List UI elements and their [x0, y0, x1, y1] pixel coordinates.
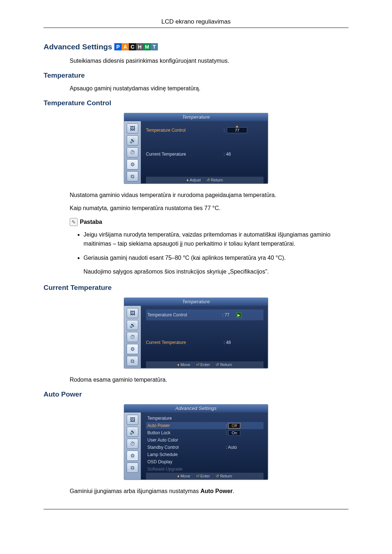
- osd3-row-label: OSD Display: [147, 459, 226, 464]
- bullet-list: Jeigu viršijama nurodyta temperatūra, va…: [83, 230, 348, 276]
- chip-p: P: [114, 43, 122, 50]
- auto-power-heading: Auto Power: [44, 390, 348, 398]
- osd3-row: Temperature: [146, 415, 264, 422]
- chip-m: M: [143, 43, 151, 50]
- advanced-settings-heading: Advanced Settings P A C H M T: [44, 42, 348, 51]
- osd1-row-current-temp: Current Temperature : 48: [146, 149, 264, 160]
- osd3-row: Auto Power: Off: [146, 422, 264, 429]
- auto-power-bold: Auto Power: [200, 488, 233, 494]
- osd3-row: Lamp Schedule: [146, 451, 264, 458]
- auto-power-para: Gaminiui įjungiamas arba išjungiamas nus…: [70, 488, 348, 495]
- note-icon: ✎: [70, 218, 78, 226]
- multi-icon: ⧉: [127, 463, 138, 473]
- osd-current-temp: Temperature 🖼 🔊 ⏱ ⚙ ⧉ Temperature Contro…: [44, 297, 348, 369]
- sound-icon: 🔊: [127, 427, 138, 437]
- clock-icon: ⏱: [127, 439, 138, 449]
- clock-icon: ⏱: [127, 147, 138, 157]
- osd3-row-label: User Auto Color: [147, 438, 226, 443]
- osd1-current-temp-label: Current Temperature: [146, 152, 224, 157]
- chip-t: T: [151, 43, 158, 50]
- bullet-2-sub: Naudojimo sąlygos aprašomos šios instruk…: [83, 267, 348, 276]
- temp-ctrl-para2: Kaip numatyta, gaminio temperatūra nusta…: [70, 205, 348, 212]
- osd2-footer: ♦Move ⏎Enter ↺Return: [146, 361, 264, 368]
- multi-icon: ⧉: [127, 356, 138, 366]
- osd3-row-label: Lamp Schedule: [147, 452, 226, 457]
- setup-icon: ⚙: [127, 451, 138, 461]
- note-label: Pastaba: [80, 219, 102, 225]
- osd3-row: OSD Display: [146, 458, 264, 465]
- current-temp-para: Rodoma esama gaminio temperatūra.: [70, 377, 348, 383]
- current-temperature-heading: Current Temperature: [44, 284, 348, 292]
- temp-ctrl-para1: Nustatoma gaminio vidaus temperatūra ir …: [70, 192, 348, 198]
- osd1-current-temp-value: : 48: [224, 152, 264, 157]
- osd1-title: Temperature: [124, 113, 268, 121]
- osd1-temp-control-label: Temperature Control: [146, 128, 224, 133]
- multi-icon: ⧉: [127, 171, 138, 181]
- osd2-sidebar: 🖼 🔊 ⏱ ⚙ ⧉: [124, 306, 141, 368]
- chip-h: H: [136, 43, 143, 50]
- osd2-row-current-temp: Current Temperature : 48: [146, 337, 264, 348]
- osd2-current-temp-label: Current Temperature: [146, 340, 224, 345]
- osd3-row-value: : Auto: [226, 445, 262, 450]
- osd3-title: Advanced Settings: [124, 405, 268, 413]
- chip-c: C: [129, 43, 136, 50]
- osd-temp-control: Temperature 🖼 🔊 ⏱ ⚙ ⧉ Temperature Contro…: [44, 113, 348, 184]
- osd2-title: Temperature: [124, 298, 268, 306]
- osd1-footer: ♦Adjust ↺Return: [146, 177, 264, 184]
- sound-icon: 🔊: [127, 135, 138, 145]
- osd3-row-label: Auto Power: [147, 423, 226, 428]
- osd2-temp-control-value: : 77: [222, 312, 229, 317]
- osd2-current-temp-value: : 48: [224, 340, 264, 345]
- bullet-1: Jeigu viršijama nurodyta temperatūra, va…: [83, 230, 348, 249]
- osd1-adjust: Adjust: [190, 178, 201, 182]
- osd3-row-label: Software Upgrade: [147, 467, 226, 472]
- temperature-desc: Apsaugo gaminį nustatydamas vidinę tempe…: [70, 85, 348, 92]
- osd3-row-label: Standby Control: [147, 445, 226, 450]
- mode-chips: P A C H M T: [114, 43, 158, 50]
- osd3-row: Software Upgrade: [146, 465, 264, 473]
- advanced-settings-desc: Suteikiamas didesnis pasirinkimas konfig…: [70, 58, 348, 64]
- note-row: ✎ Pastaba: [70, 218, 348, 226]
- right-arrow-icon: ▶: [236, 312, 241, 317]
- setup-icon: ⚙: [127, 344, 138, 354]
- osd2-return: Return: [220, 362, 232, 367]
- osd3-row: Button Lock: On: [146, 429, 264, 436]
- osd1-row-temp-control: Temperature Control : 77: [146, 125, 264, 136]
- osd2-temp-control-label: Temperature Control: [147, 312, 222, 317]
- advanced-settings-label: Advanced Settings: [44, 42, 112, 51]
- picture-icon: 🖼: [127, 123, 138, 134]
- osd3-footer: ♦Move⏎Enter↺Return: [146, 473, 264, 480]
- picture-icon: 🖼: [127, 308, 138, 318]
- temperature-control-heading: Temperature Control: [44, 99, 348, 107]
- osd2-enter: Enter: [200, 362, 210, 367]
- sound-icon: 🔊: [127, 320, 138, 330]
- osd3-row-label: Temperature: [147, 416, 226, 421]
- osd3-row-value: : On: [226, 430, 262, 436]
- osd-advanced-settings: Advanced Settings 🖼 🔊 ⏱ ⚙ ⧉ TemperatureA…: [44, 404, 348, 480]
- osd3-row: User Auto Color: [146, 436, 264, 444]
- osd2-row-temp-control: Temperature Control : 77 ▶: [146, 309, 264, 320]
- footer-rule: [44, 509, 348, 509]
- osd1-temp-control-value: 77: [227, 127, 247, 133]
- setup-icon: ⚙: [127, 159, 138, 169]
- clock-icon: ⏱: [127, 332, 138, 342]
- chip-a: A: [122, 43, 129, 50]
- osd3-sidebar: 🖼 🔊 ⏱ ⚙ ⧉: [124, 413, 141, 480]
- temperature-heading: Temperature: [44, 71, 348, 79]
- osd1-return: Return: [211, 178, 223, 182]
- osd3-row-value: : Off: [226, 423, 262, 428]
- osd3-row-label: Button Lock: [147, 430, 226, 435]
- picture-icon: 🖼: [127, 415, 138, 425]
- page-header: LCD ekrano reguliavimas: [44, 18, 348, 28]
- osd3-row: Standby Control: Auto: [146, 444, 264, 451]
- bullet-2: Geriausia gaminį naudoti esant 75–80 °C …: [83, 254, 348, 277]
- osd2-move: Move: [180, 362, 190, 367]
- osd1-sidebar: 🖼 🔊 ⏱ ⚙ ⧉: [124, 121, 141, 184]
